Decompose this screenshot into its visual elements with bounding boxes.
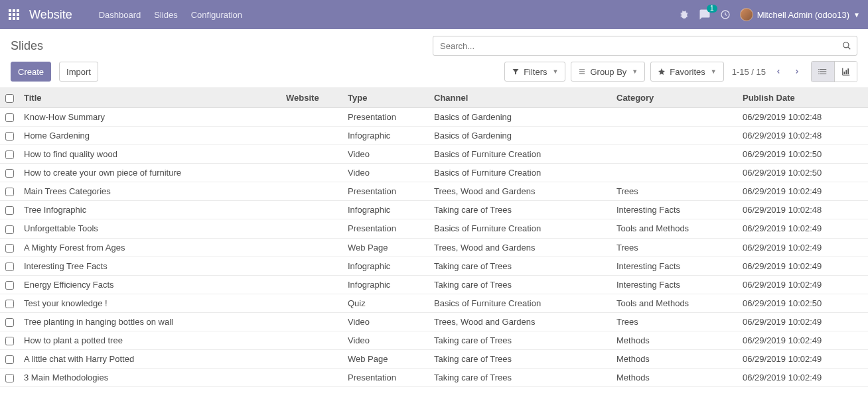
row-checkbox-cell[interactable] bbox=[0, 312, 19, 331]
chevron-down-icon: ▼ bbox=[853, 11, 860, 19]
row-checkbox-cell[interactable] bbox=[0, 294, 19, 312]
select-all-header[interactable] bbox=[0, 88, 19, 108]
nav-configuration[interactable]: Configuration bbox=[191, 10, 242, 20]
table-row[interactable]: How to plant a potted treeVideoTaking ca… bbox=[0, 331, 868, 349]
row-checkbox-cell[interactable] bbox=[0, 275, 19, 294]
row-checkbox[interactable] bbox=[5, 374, 14, 382]
apps-icon[interactable] bbox=[8, 9, 20, 21]
cell-title: Interesting Tree Facts bbox=[19, 257, 281, 275]
row-checkbox-cell[interactable] bbox=[0, 201, 19, 219]
table-row[interactable]: Main Trees CategoriesPresentationTrees, … bbox=[0, 182, 868, 201]
view-list-button[interactable] bbox=[812, 62, 834, 82]
chart-icon bbox=[841, 67, 851, 76]
row-checkbox[interactable] bbox=[5, 188, 14, 196]
col-type[interactable]: Type bbox=[342, 88, 429, 108]
row-checkbox-cell[interactable] bbox=[0, 127, 19, 145]
create-button[interactable]: Create bbox=[11, 62, 51, 82]
table-row[interactable]: Interesting Tree FactsInfographicTaking … bbox=[0, 257, 868, 275]
row-checkbox-cell[interactable] bbox=[0, 238, 19, 257]
table-row[interactable]: Test your knowledge !QuizBasics of Furni… bbox=[0, 294, 868, 312]
row-checkbox-cell[interactable] bbox=[0, 182, 19, 201]
avatar bbox=[740, 8, 753, 21]
row-checkbox-cell[interactable] bbox=[0, 145, 19, 164]
cell-title: Unforgettable Tools bbox=[19, 219, 281, 238]
row-checkbox[interactable] bbox=[5, 225, 14, 234]
row-checkbox[interactable] bbox=[5, 244, 14, 253]
nav-dashboard[interactable]: Dashboard bbox=[99, 10, 141, 20]
row-checkbox[interactable] bbox=[5, 113, 14, 122]
favorites-button[interactable]: Favorites▼ bbox=[650, 62, 723, 82]
row-checkbox[interactable] bbox=[5, 262, 14, 271]
cell-website bbox=[281, 349, 342, 368]
table-row[interactable]: Unforgettable ToolsPresentationBasics of… bbox=[0, 219, 868, 238]
view-graph-button[interactable] bbox=[834, 62, 857, 82]
messages-icon[interactable]: 1 bbox=[699, 9, 711, 21]
row-checkbox[interactable] bbox=[5, 169, 14, 178]
table-row[interactable]: A Mighty Forest from AgesWeb PageTrees, … bbox=[0, 238, 868, 257]
row-checkbox-cell[interactable] bbox=[0, 349, 19, 368]
svg-rect-23 bbox=[843, 72, 845, 74]
user-menu[interactable]: Mitchell Admin (odoo13) ▼ bbox=[740, 8, 860, 21]
search-box[interactable] bbox=[433, 36, 857, 56]
row-checkbox[interactable] bbox=[5, 281, 14, 290]
pager: 1-15 / 15 bbox=[732, 65, 803, 78]
table-row[interactable]: Tree planting in hanging bottles on wall… bbox=[0, 312, 868, 331]
col-website[interactable]: Website bbox=[281, 88, 342, 108]
col-channel[interactable]: Channel bbox=[429, 88, 611, 108]
cell-website bbox=[281, 368, 342, 386]
cell-website bbox=[281, 257, 342, 275]
row-checkbox-cell[interactable] bbox=[0, 368, 19, 386]
row-checkbox[interactable] bbox=[5, 337, 14, 345]
groupby-label: Group By bbox=[590, 67, 626, 77]
row-checkbox[interactable] bbox=[5, 132, 14, 141]
svg-rect-25 bbox=[847, 68, 849, 74]
cell-type: Video bbox=[342, 145, 429, 164]
cell-type: Presentation bbox=[342, 368, 429, 386]
table-row[interactable]: 3 Main MethodologiesPresentationTaking c… bbox=[0, 368, 868, 386]
svg-rect-7 bbox=[13, 17, 15, 20]
row-checkbox-cell[interactable] bbox=[0, 164, 19, 182]
pager-next[interactable] bbox=[791, 65, 803, 78]
nav-slides[interactable]: Slides bbox=[154, 10, 177, 20]
row-checkbox-cell[interactable] bbox=[0, 331, 19, 349]
table-row[interactable]: How to find quality woodVideoBasics of F… bbox=[0, 145, 868, 164]
row-checkbox-cell[interactable] bbox=[0, 219, 19, 238]
select-all-checkbox[interactable] bbox=[5, 94, 14, 103]
row-checkbox-cell[interactable] bbox=[0, 257, 19, 275]
row-checkbox-cell[interactable] bbox=[0, 108, 19, 127]
groupby-button[interactable]: Group By▼ bbox=[571, 62, 645, 82]
row-checkbox[interactable] bbox=[5, 150, 14, 159]
table-row[interactable]: Know-How SummaryPresentationBasics of Ga… bbox=[0, 108, 868, 127]
table-row[interactable]: Tree InfographicInfographicTaking care o… bbox=[0, 201, 868, 219]
cell-category: Tools and Methods bbox=[611, 294, 737, 312]
col-category[interactable]: Category bbox=[611, 88, 737, 108]
import-label: Import bbox=[66, 67, 91, 77]
import-button[interactable]: Import bbox=[59, 62, 98, 82]
cell-website bbox=[281, 108, 342, 127]
search-input[interactable] bbox=[433, 38, 835, 54]
cell-website bbox=[281, 294, 342, 312]
row-checkbox[interactable] bbox=[5, 206, 14, 215]
activities-icon[interactable] bbox=[720, 9, 731, 20]
cell-title: How to find quality wood bbox=[19, 145, 281, 164]
cell-type: Quiz bbox=[342, 294, 429, 312]
brand-name[interactable]: Website bbox=[29, 8, 72, 22]
row-checkbox[interactable] bbox=[5, 318, 14, 327]
search-icon[interactable] bbox=[835, 36, 857, 55]
row-checkbox[interactable] bbox=[5, 300, 14, 308]
table-row[interactable]: How to create your own piece of furnitur… bbox=[0, 164, 868, 182]
table-header-row: Title Website Type Channel Category Publ… bbox=[0, 88, 868, 108]
cell-title: Energy Efficiency Facts bbox=[19, 275, 281, 294]
row-checkbox[interactable] bbox=[5, 355, 14, 364]
table-row[interactable]: Energy Efficiency FactsInfographicTaking… bbox=[0, 275, 868, 294]
svg-point-20 bbox=[818, 74, 819, 74]
col-publish-date[interactable]: Publish Date bbox=[737, 88, 868, 108]
col-title[interactable]: Title bbox=[19, 88, 281, 108]
pager-range[interactable]: 1-15 / 15 bbox=[732, 67, 766, 77]
cell-title: Tree planting in hanging bottles on wall bbox=[19, 312, 281, 331]
table-row[interactable]: A little chat with Harry PottedWeb PageT… bbox=[0, 349, 868, 368]
filters-button[interactable]: Filters▼ bbox=[504, 62, 565, 82]
pager-prev[interactable] bbox=[772, 65, 784, 78]
debug-icon[interactable] bbox=[679, 9, 689, 20]
table-row[interactable]: Home GardeningInfographicBasics of Garde… bbox=[0, 127, 868, 145]
